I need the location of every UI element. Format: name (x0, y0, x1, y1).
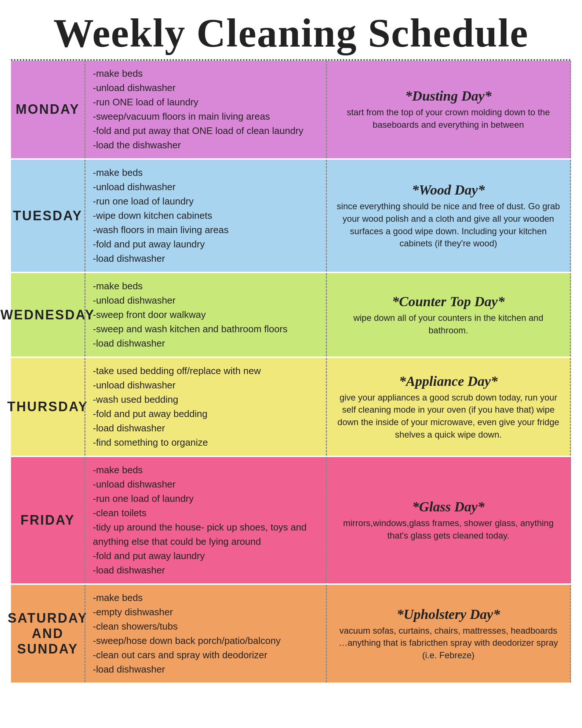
special-col-thursday: *Appliance Day*give your appliances a go… (326, 358, 571, 456)
task-item: -take used bedding off/replace with new (93, 364, 319, 378)
task-item: -load dishwasher (93, 662, 319, 677)
special-desc-friday: mirrors,windows,glass frames, shower gla… (336, 517, 561, 542)
task-item: -empty dishwasher (93, 605, 319, 619)
special-col-tuesday: *Wood Day*since everything should be nic… (326, 160, 571, 272)
task-item: -wash used bedding (93, 392, 319, 407)
tasks-col-monday: -make beds-unload dishwasher-run ONE loa… (84, 61, 326, 158)
special-col-saturday: *Upholstery Day*vacuum sofas, curtains, … (326, 585, 571, 682)
task-item: -unload dishwasher (93, 477, 319, 492)
special-title-saturday: *Upholstery Day* (397, 606, 500, 622)
task-item: -load dishwasher (93, 336, 319, 351)
special-title-wednesday: *Counter Top Day* (392, 293, 505, 309)
task-item: -wash floors in main living areas (93, 223, 319, 237)
day-row-thursday: THURSDAY-take used bedding off/replace w… (11, 358, 571, 457)
tasks-col-tuesday: -make beds-unload dishwasher-run one loa… (84, 160, 326, 272)
task-item: -make beds (93, 66, 319, 81)
day-row-tuesday: TUESDAY-make beds-unload dishwasher-run … (11, 160, 571, 273)
tasks-col-wednesday: -make beds-unload dishwasher-sweep front… (84, 273, 326, 356)
special-col-monday: *Dusting Day*start from the top of your … (326, 61, 571, 158)
special-desc-tuesday: since everything should be nice and free… (336, 200, 561, 249)
schedule: MONDAY-make beds-unload dishwasher-run O… (11, 61, 571, 684)
special-title-tuesday: *Wood Day* (412, 182, 485, 198)
task-item: -load the dishwasher (93, 138, 319, 152)
task-item: -tidy up around the house- pick up shoes… (93, 520, 319, 549)
tasks-col-thursday: -take used bedding off/replace with new-… (84, 358, 326, 456)
task-item: -load dishwasher (93, 563, 319, 577)
day-label-monday: MONDAY (11, 61, 84, 158)
special-title-monday: *Dusting Day* (405, 88, 491, 104)
day-label-tuesday: TUESDAY (11, 160, 84, 272)
task-item: -clean showers/tubs (93, 619, 319, 634)
page: Weekly Cleaning Schedule MONDAY-make bed… (0, 0, 582, 699)
page-title: Weekly Cleaning Schedule (11, 7, 571, 55)
task-item: -make beds (93, 463, 319, 477)
special-title-thursday: *Appliance Day* (399, 373, 498, 389)
task-item: -run one load of laundry (93, 194, 319, 209)
special-col-wednesday: *Counter Top Day*wipe down all of your c… (326, 273, 571, 356)
task-item: -unload dishwasher (93, 81, 319, 95)
task-item: -clean out cars and spray with deodorize… (93, 648, 319, 662)
day-row-friday: FRIDAY-make beds-unload dishwasher-run o… (11, 457, 571, 585)
task-item: -find something to organize (93, 435, 319, 450)
day-label-saturday: SATURDAYANDSUNDAY (11, 585, 84, 682)
task-item: -sweep front door walkway (93, 308, 319, 322)
task-item: -fold and put away bedding (93, 407, 319, 421)
special-col-friday: *Glass Day*mirrors,windows,glass frames,… (326, 457, 571, 583)
day-label-wednesday: WEDNESDAY (11, 273, 84, 356)
special-desc-wednesday: wipe down all of your counters in the ki… (336, 312, 561, 336)
special-desc-saturday: vacuum sofas, curtains, chairs, mattress… (336, 624, 561, 662)
task-item: -make beds (93, 279, 319, 293)
task-item: -load dishwasher (93, 251, 319, 266)
task-item: -unload dishwasher (93, 378, 319, 392)
task-item: -run one load of laundry (93, 492, 319, 506)
task-item: -wipe down kitchen cabinets (93, 209, 319, 223)
task-item: -unload dishwasher (93, 293, 319, 308)
task-item: -fold and put away laundry (93, 237, 319, 251)
task-item: -sweep and wash kitchen and bathroom flo… (93, 322, 319, 336)
special-desc-monday: start from the top of your crown molding… (336, 106, 561, 131)
task-item: -load dishwasher (93, 421, 319, 435)
task-item: -unload dishwasher (93, 180, 319, 194)
task-item: -fold and put away that ONE load of clea… (93, 124, 319, 138)
day-row-monday: MONDAY-make beds-unload dishwasher-run O… (11, 61, 571, 160)
task-item: -clean toilets (93, 506, 319, 520)
task-item: -make beds (93, 166, 319, 180)
task-item: -sweep/hose down back porch/patio/balcon… (93, 634, 319, 648)
tasks-col-friday: -make beds-unload dishwasher-run one loa… (84, 457, 326, 583)
task-item: -sweep/vacuum floors in main living area… (93, 109, 319, 124)
task-item: -run ONE load of laundry (93, 95, 319, 109)
task-item: -make beds (93, 591, 319, 605)
special-desc-thursday: give your appliances a good scrub down t… (336, 391, 561, 441)
day-row-saturday: SATURDAYANDSUNDAY-make beds-empty dishwa… (11, 585, 571, 684)
special-title-friday: *Glass Day* (412, 499, 484, 515)
day-row-wednesday: WEDNESDAY-make beds-unload dishwasher-sw… (11, 273, 571, 358)
day-label-thursday: THURSDAY (11, 358, 84, 456)
task-item: -fold and put away laundry (93, 549, 319, 563)
tasks-col-saturday: -make beds-empty dishwasher-clean shower… (84, 585, 326, 682)
day-label-friday: FRIDAY (11, 457, 84, 583)
